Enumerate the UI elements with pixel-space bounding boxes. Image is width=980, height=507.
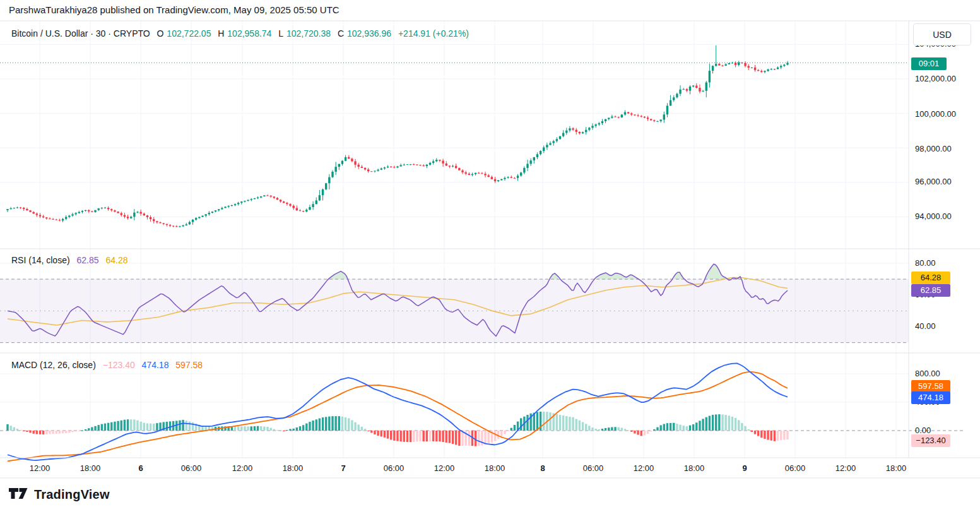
- rsi-legend[interactable]: RSI (14, close) 62.85 64.28: [11, 255, 132, 265]
- publish-header: ParshwaTurakhiya28 published on TradingV…: [9, 4, 339, 15]
- close-value: 102,936.96: [347, 28, 391, 39]
- time-tick-label: 06:00: [384, 463, 404, 473]
- publish-text: ParshwaTurakhiya28 published on TradingV…: [9, 4, 339, 15]
- price-axis-label: 96,000.00: [915, 177, 952, 186]
- macd-hist-value: −123.40: [103, 360, 135, 370]
- macd-axis-label: 800.00: [915, 369, 940, 378]
- time-tick-label: 18:00: [886, 463, 907, 473]
- time-tick-label: 12:00: [634, 463, 654, 473]
- time-tick-label: 12:00: [434, 463, 455, 473]
- high-value: 102,958.74: [227, 28, 271, 39]
- time-tick-label: 18:00: [485, 463, 505, 473]
- price-axis-label: 102,000.00: [915, 75, 956, 83]
- rsi-value-badge: 62.85: [911, 284, 950, 297]
- usd-button[interactable]: USD: [913, 23, 971, 45]
- macd-axis-label: 0.00: [915, 426, 931, 435]
- macd-legend[interactable]: MACD (12, 26, close) −123.40 474.18 597.…: [11, 360, 207, 370]
- change-value: +214.91 (+0.21%): [398, 28, 469, 39]
- rsi-value-badge: 64.28: [911, 271, 950, 284]
- time-tick-label: 12:00: [232, 463, 253, 473]
- rsi-value: 62.85: [76, 255, 98, 265]
- footer-logo[interactable]: TradingView: [9, 485, 110, 504]
- rsi-axis-label: 40.00: [915, 322, 936, 331]
- time-tick-label: 8: [540, 463, 545, 473]
- macd-signal-value: 597.58: [175, 360, 203, 370]
- price-axis-label: 94,000.00: [915, 212, 952, 221]
- time-tick-label: 9: [742, 463, 747, 473]
- macd-value-badge: 597.58: [911, 380, 950, 393]
- time-tick-label: 7: [341, 463, 345, 473]
- low-label: L: [278, 28, 283, 39]
- open-value: 102,722.05: [167, 28, 211, 39]
- price-axis-label: 100,000.00: [915, 110, 956, 119]
- bar-countdown-badge: 09:01: [911, 57, 947, 70]
- macd-title: MACD (12, 26, close): [11, 360, 96, 370]
- time-tick-label: 6: [138, 463, 143, 473]
- price-axis-label: 98,000.00: [915, 145, 952, 153]
- time-tick-label: 18:00: [80, 463, 101, 473]
- usd-button-label: USD: [933, 30, 952, 40]
- time-tick-label: 12:00: [30, 463, 50, 473]
- time-tick-label: 18:00: [283, 463, 304, 473]
- time-tick-label: 06:00: [583, 463, 604, 473]
- high-label: H: [218, 28, 224, 39]
- close-label: C: [338, 28, 344, 39]
- time-tick-label: 06:00: [181, 463, 202, 473]
- macd-value-badge: 474.18: [911, 391, 950, 404]
- open-label: O: [157, 28, 164, 39]
- macd-line-value: 474.18: [142, 360, 169, 370]
- chart-canvas[interactable]: [0, 0, 980, 507]
- symbol-title: Bitcoin / U.S. Dollar · 30 · CRYPTO: [11, 28, 150, 39]
- tradingview-logo-icon: [9, 485, 28, 504]
- macd-value-badge: −123.40: [911, 434, 950, 447]
- rsi-axis-label: 80.00: [915, 259, 936, 268]
- time-tick-label: 12:00: [835, 463, 856, 473]
- low-value: 102,720.38: [286, 28, 331, 39]
- rsi-ma-value: 64.28: [105, 255, 127, 265]
- tradingview-snapshot: ParshwaTurakhiya28 published on TradingV…: [0, 0, 980, 507]
- symbol-legend[interactable]: Bitcoin / U.S. Dollar · 30 · CRYPTO O 10…: [11, 28, 473, 39]
- time-tick-label: 06:00: [785, 463, 806, 473]
- time-tick-label: 18:00: [684, 463, 705, 473]
- rsi-title: RSI (14, close): [11, 255, 70, 265]
- tradingview-logo-text: TradingView: [34, 487, 110, 502]
